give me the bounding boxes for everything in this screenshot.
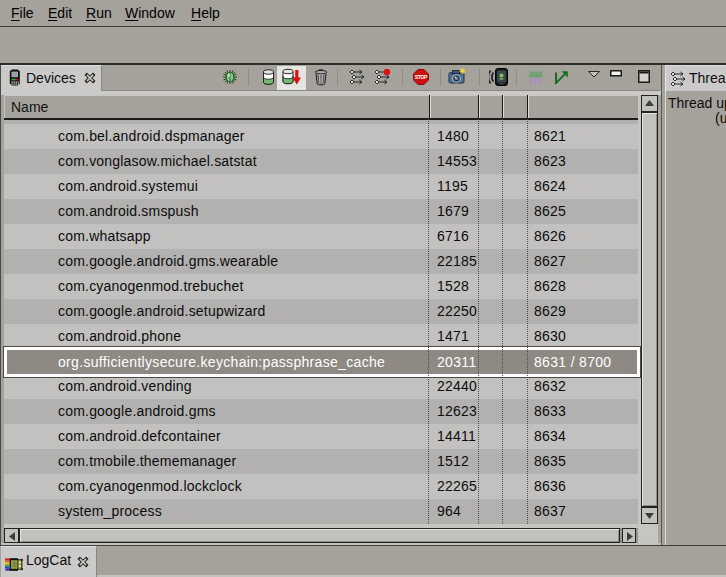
svg-text:STOP: STOP	[415, 74, 428, 80]
